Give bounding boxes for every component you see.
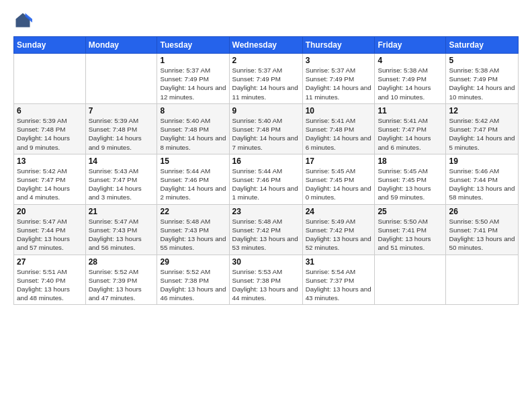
svg-marker-0 (16, 13, 30, 28)
calendar-cell: 19Sunrise: 5:46 AM Sunset: 7:44 PM Dayli… (446, 154, 519, 204)
day-number: 10 (306, 106, 372, 116)
calendar-week-row: 13Sunrise: 5:42 AM Sunset: 7:47 PM Dayli… (14, 154, 519, 204)
day-number: 4 (378, 56, 443, 65)
day-info: Sunrise: 5:47 AM Sunset: 7:44 PM Dayligh… (17, 217, 83, 253)
calendar-cell: 3Sunrise: 5:37 AM Sunset: 7:49 PM Daylig… (302, 54, 375, 104)
calendar-cell: 26Sunrise: 5:50 AM Sunset: 7:41 PM Dayli… (446, 204, 519, 255)
day-info: Sunrise: 5:37 AM Sunset: 7:49 PM Dayligh… (306, 66, 372, 101)
day-info: Sunrise: 5:54 AM Sunset: 7:37 PM Dayligh… (306, 267, 372, 303)
day-info: Sunrise: 5:42 AM Sunset: 7:47 PM Dayligh… (449, 116, 515, 152)
calendar-cell: 7Sunrise: 5:39 AM Sunset: 7:48 PM Daylig… (85, 103, 157, 154)
day-number: 28 (89, 257, 154, 267)
calendar-cell: 5Sunrise: 5:38 AM Sunset: 7:49 PM Daylig… (446, 54, 519, 104)
day-number: 22 (160, 207, 226, 216)
day-info: Sunrise: 5:40 AM Sunset: 7:48 PM Dayligh… (160, 116, 226, 152)
calendar-cell: 30Sunrise: 5:53 AM Sunset: 7:38 PM Dayli… (229, 255, 302, 305)
calendar-week-row: 6Sunrise: 5:39 AM Sunset: 7:48 PM Daylig… (14, 103, 519, 154)
day-info: Sunrise: 5:41 AM Sunset: 7:47 PM Dayligh… (378, 116, 443, 152)
day-info: Sunrise: 5:43 AM Sunset: 7:47 PM Dayligh… (89, 167, 154, 202)
calendar-cell: 15Sunrise: 5:44 AM Sunset: 7:46 PM Dayli… (157, 154, 229, 204)
calendar-cell: 23Sunrise: 5:48 AM Sunset: 7:42 PM Dayli… (229, 204, 302, 255)
page: SundayMondayTuesdayWednesdayThursdayFrid… (0, 0, 532, 411)
day-number: 24 (306, 207, 372, 216)
day-info: Sunrise: 5:47 AM Sunset: 7:43 PM Dayligh… (89, 217, 154, 253)
day-info: Sunrise: 5:52 AM Sunset: 7:38 PM Dayligh… (160, 267, 226, 303)
day-info: Sunrise: 5:48 AM Sunset: 7:43 PM Dayligh… (160, 217, 226, 253)
day-info: Sunrise: 5:53 AM Sunset: 7:38 PM Dayligh… (232, 267, 300, 303)
day-number: 27 (17, 257, 83, 267)
calendar-cell: 2Sunrise: 5:37 AM Sunset: 7:49 PM Daylig… (229, 54, 302, 104)
header (13, 11, 519, 30)
calendar-cell: 18Sunrise: 5:45 AM Sunset: 7:45 PM Dayli… (375, 154, 446, 204)
day-number: 9 (232, 106, 300, 116)
day-number: 31 (306, 257, 372, 267)
day-number: 8 (160, 106, 226, 116)
day-number: 14 (89, 156, 154, 166)
day-number: 26 (449, 207, 515, 216)
day-number: 12 (449, 106, 515, 116)
day-number: 13 (17, 156, 83, 166)
day-number: 2 (232, 56, 300, 65)
calendar-cell: 1Sunrise: 5:37 AM Sunset: 7:49 PM Daylig… (157, 54, 229, 104)
day-number: 11 (378, 106, 443, 116)
day-info: Sunrise: 5:50 AM Sunset: 7:41 PM Dayligh… (449, 217, 515, 253)
day-number: 17 (306, 156, 372, 166)
calendar-week-row: 20Sunrise: 5:47 AM Sunset: 7:44 PM Dayli… (14, 204, 519, 255)
day-info: Sunrise: 5:38 AM Sunset: 7:49 PM Dayligh… (378, 66, 443, 101)
calendar-cell: 22Sunrise: 5:48 AM Sunset: 7:43 PM Dayli… (157, 204, 229, 255)
day-number: 18 (378, 156, 443, 166)
calendar-cell: 21Sunrise: 5:47 AM Sunset: 7:43 PM Dayli… (85, 204, 157, 255)
day-info: Sunrise: 5:37 AM Sunset: 7:49 PM Dayligh… (160, 66, 226, 101)
calendar-cell: 27Sunrise: 5:51 AM Sunset: 7:40 PM Dayli… (14, 255, 86, 305)
day-info: Sunrise: 5:40 AM Sunset: 7:48 PM Dayligh… (232, 116, 300, 152)
day-info: Sunrise: 5:45 AM Sunset: 7:45 PM Dayligh… (378, 167, 443, 202)
day-number: 7 (89, 106, 154, 116)
calendar-cell (375, 255, 446, 305)
calendar-cell: 28Sunrise: 5:52 AM Sunset: 7:39 PM Dayli… (85, 255, 157, 305)
day-number: 3 (306, 56, 372, 65)
calendar-cell: 25Sunrise: 5:50 AM Sunset: 7:41 PM Dayli… (375, 204, 446, 255)
day-number: 30 (232, 257, 300, 267)
calendar-cell: 10Sunrise: 5:41 AM Sunset: 7:48 PM Dayli… (302, 103, 375, 154)
day-info: Sunrise: 5:51 AM Sunset: 7:40 PM Dayligh… (17, 267, 83, 303)
calendar-cell: 20Sunrise: 5:47 AM Sunset: 7:44 PM Dayli… (14, 204, 86, 255)
day-info: Sunrise: 5:39 AM Sunset: 7:48 PM Dayligh… (17, 116, 83, 152)
day-info: Sunrise: 5:46 AM Sunset: 7:44 PM Dayligh… (449, 167, 515, 202)
calendar-header-thursday: Thursday (302, 37, 375, 54)
day-number: 15 (160, 156, 226, 166)
calendar-header-wednesday: Wednesday (229, 37, 302, 54)
day-info: Sunrise: 5:38 AM Sunset: 7:49 PM Dayligh… (449, 66, 515, 101)
calendar-cell (14, 54, 86, 104)
day-info: Sunrise: 5:49 AM Sunset: 7:42 PM Dayligh… (306, 217, 372, 253)
day-number: 5 (449, 56, 515, 65)
calendar-cell: 16Sunrise: 5:44 AM Sunset: 7:46 PM Dayli… (229, 154, 302, 204)
calendar-cell: 29Sunrise: 5:52 AM Sunset: 7:38 PM Dayli… (157, 255, 229, 305)
day-number: 20 (17, 207, 83, 216)
calendar-header-friday: Friday (375, 37, 446, 54)
calendar-header-sunday: Sunday (14, 37, 86, 54)
calendar-cell: 17Sunrise: 5:45 AM Sunset: 7:45 PM Dayli… (302, 154, 375, 204)
day-info: Sunrise: 5:39 AM Sunset: 7:48 PM Dayligh… (89, 116, 154, 152)
day-info: Sunrise: 5:44 AM Sunset: 7:46 PM Dayligh… (160, 167, 226, 202)
calendar-header-row: SundayMondayTuesdayWednesdayThursdayFrid… (14, 37, 519, 54)
logo (13, 11, 35, 30)
day-number: 25 (378, 207, 443, 216)
logo-icon (13, 11, 32, 30)
calendar-cell: 14Sunrise: 5:43 AM Sunset: 7:47 PM Dayli… (85, 154, 157, 204)
calendar-header-monday: Monday (85, 37, 157, 54)
calendar-cell: 9Sunrise: 5:40 AM Sunset: 7:48 PM Daylig… (229, 103, 302, 154)
day-info: Sunrise: 5:41 AM Sunset: 7:48 PM Dayligh… (306, 116, 372, 152)
day-info: Sunrise: 5:42 AM Sunset: 7:47 PM Dayligh… (17, 167, 83, 202)
day-info: Sunrise: 5:37 AM Sunset: 7:49 PM Dayligh… (232, 66, 300, 101)
calendar-cell: 31Sunrise: 5:54 AM Sunset: 7:37 PM Dayli… (302, 255, 375, 305)
calendar-cell: 6Sunrise: 5:39 AM Sunset: 7:48 PM Daylig… (14, 103, 86, 154)
day-number: 6 (17, 106, 83, 116)
day-number: 16 (232, 156, 300, 166)
calendar-header-tuesday: Tuesday (157, 37, 229, 54)
day-number: 21 (89, 207, 154, 216)
day-info: Sunrise: 5:45 AM Sunset: 7:45 PM Dayligh… (306, 167, 372, 202)
calendar-cell: 13Sunrise: 5:42 AM Sunset: 7:47 PM Dayli… (14, 154, 86, 204)
calendar-cell: 11Sunrise: 5:41 AM Sunset: 7:47 PM Dayli… (375, 103, 446, 154)
day-info: Sunrise: 5:44 AM Sunset: 7:46 PM Dayligh… (232, 167, 300, 202)
day-info: Sunrise: 5:50 AM Sunset: 7:41 PM Dayligh… (378, 217, 443, 253)
